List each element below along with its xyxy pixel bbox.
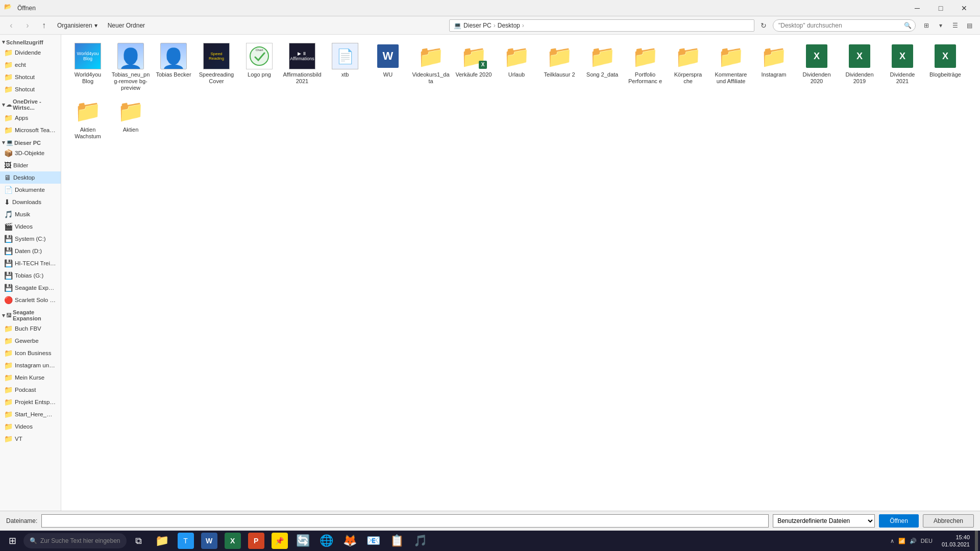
filetype-select[interactable]: Benutzerdefinierte Dateien Alle Dateien …: [773, 514, 875, 528]
view-large-icons-button[interactable]: ⊞: [920, 19, 933, 32]
file-item-world4you[interactable]: World4youBlog World4you Blog: [67, 41, 108, 94]
file-item-instagram[interactable]: 📁 Instagram: [753, 41, 794, 94]
sidebar-item-start-here[interactable]: 📁 Start_Here_Mac...: [0, 408, 61, 420]
file-item-tobias-becker[interactable]: 👤 Tobias Becker: [153, 41, 194, 94]
sidebar-item-system-c[interactable]: 💾 System (C:): [0, 233, 61, 245]
view-details-button[interactable]: ☰: [948, 19, 962, 32]
sidebar-item-podcast[interactable]: 📁 Podcast: [0, 384, 61, 396]
preview-pane-button[interactable]: ▤: [963, 19, 976, 32]
maximize-button[interactable]: □: [929, 0, 952, 16]
back-button[interactable]: ‹: [4, 18, 18, 33]
sidebar-item-downloads[interactable]: ⬇ Downloads: [0, 196, 61, 208]
taskbar-app-tobias[interactable]: T: [175, 531, 197, 551]
file-item-blogbeitrage[interactable]: X Blogbeiträge: [925, 41, 966, 94]
taskbar-app-chrome[interactable]: 🌐: [315, 531, 338, 551]
file-item-logo[interactable]: Chart Logo png: [239, 41, 280, 94]
file-item-portfolio[interactable]: 📁 Portfolio Performanc e: [625, 41, 666, 94]
new-folder-button[interactable]: Neuer Ordner: [104, 18, 149, 33]
taskbar-search[interactable]: 🔍 Zur Suche Text hier eingeben: [23, 533, 127, 548]
file-item-speedreading[interactable]: SpeedReading Speedreading Cover: [196, 41, 237, 94]
file-item-kommentare[interactable]: 📁 Kommentare und Affiliate: [710, 41, 751, 94]
filename-input[interactable]: [41, 514, 769, 528]
taskbar-app-task-view[interactable]: ⧉: [128, 531, 150, 551]
file-item-wu[interactable]: W WU: [368, 41, 408, 94]
path-segment-desktop[interactable]: Desktop: [498, 22, 520, 29]
close-button[interactable]: ✕: [952, 0, 976, 16]
taskbar-clock[interactable]: 15:40 01.03.2021: [938, 534, 974, 548]
sidebar-item-echt[interactable]: 📁 echt: [0, 59, 61, 71]
sidebar-item-3d[interactable]: 📦 3D-Objekte: [0, 147, 61, 159]
file-item-song2[interactable]: 📁 Song 2_data: [582, 41, 623, 94]
onedrive-header[interactable]: ▾ ☁ OneDrive - Wirtsc...: [0, 96, 61, 112]
forward-button[interactable]: ›: [20, 18, 35, 33]
sidebar-item-seagate[interactable]: 💾 Seagate Expansi...: [0, 282, 61, 294]
cancel-button[interactable]: Abbrechen: [923, 514, 974, 528]
search-input[interactable]: [773, 19, 916, 32]
file-item-dividenden2020[interactable]: X Dividenden 2020: [796, 41, 837, 94]
sidebar-item-gewerbe[interactable]: 📁 Gewerbe: [0, 335, 61, 347]
file-item-videokurs[interactable]: 📁 Videokurs1_data: [410, 41, 451, 94]
sidebar-item-projekt[interactable]: 📁 Projekt Entspann...: [0, 396, 61, 408]
tray-sound[interactable]: 🔊: [910, 538, 917, 544]
minimize-button[interactable]: ─: [905, 0, 929, 16]
sidebar-item-icon-business[interactable]: 📁 Icon Business: [0, 347, 61, 359]
taskbar-app-powerpoint[interactable]: P: [245, 531, 267, 551]
sidebar-item-mein-kurse[interactable]: 📁 Mein Kurse: [0, 371, 61, 384]
file-item-aktien[interactable]: 📁 Aktien: [110, 96, 151, 142]
sidebar-item-scarlett[interactable]: 🔴 Scarlett Solo USE: [0, 294, 61, 306]
seagate-header[interactable]: ▾ 🖫 Seagate Expansion: [0, 307, 61, 322]
sidebar-item-desktop[interactable]: 🖥 Desktop: [0, 171, 61, 184]
this-pc-header[interactable]: ▾ 💻 Dieser PC: [0, 137, 61, 147]
up-button[interactable]: ↑: [37, 18, 51, 33]
taskbar-app-mail[interactable]: 📧: [362, 531, 385, 551]
file-item-aktien-wachstum[interactable]: 📁 Aktien Wachstum: [67, 96, 108, 142]
taskbar-app-edge[interactable]: 🦊: [339, 531, 361, 551]
sidebar-item-buch-fbv[interactable]: 📁 Buch FBV: [0, 322, 61, 335]
quick-access-header[interactable]: ▾ Schnellzugriff: [0, 37, 61, 46]
sidebar-item-videos2[interactable]: 📁 Videos: [0, 420, 61, 433]
sidebar-item-tobias-g[interactable]: 💾 Tobias (G:): [0, 269, 61, 282]
organize-button[interactable]: Organisieren ▾: [53, 18, 102, 33]
sidebar-item-videos[interactable]: 🎬 Videos: [0, 220, 61, 233]
file-item-tobias-neu[interactable]: 👤 Tobias_neu_png-remove bg-preview: [110, 41, 151, 94]
sidebar-item-dividende[interactable]: 📁 Dividende: [0, 46, 61, 59]
taskbar-show-desktop[interactable]: [975, 531, 978, 551]
file-item-dividende2021[interactable]: X Dividende 2021: [882, 41, 923, 94]
sidebar-item-daten-d[interactable]: 💾 Daten (D:): [0, 245, 61, 257]
file-item-dividenden2019[interactable]: X Dividenden 2019: [839, 41, 880, 94]
taskbar-app-sticky[interactable]: 📌: [268, 531, 291, 551]
tray-network[interactable]: 📶: [898, 538, 905, 544]
path-segment-computer[interactable]: Dieser PC: [463, 22, 492, 29]
sidebar-item-bilder[interactable]: 🖼 Bilder: [0, 159, 61, 171]
sidebar-item-vt[interactable]: 📁 VT: [0, 433, 61, 445]
sidebar-item-hitech[interactable]: 💾 HI-TECH Treiber: [0, 257, 61, 269]
sidebar-item-dokumente[interactable]: 📄 Dokumente: [0, 184, 61, 196]
sidebar-item-musik[interactable]: 🎵 Musik: [0, 208, 61, 220]
sidebar-item-instagram[interactable]: 📁 Instagram und T...: [0, 359, 61, 371]
sidebar-item-shotcut1[interactable]: 📁 Shotcut: [0, 71, 61, 83]
file-item-urlaub[interactable]: 📁 Urlaub: [496, 41, 537, 94]
taskbar-app-sync[interactable]: 🔄: [292, 531, 314, 551]
taskbar-app-clipboard[interactable]: 📋: [386, 531, 408, 551]
taskbar-app-explorer[interactable]: 📁: [151, 531, 174, 551]
file-item-verkaufe[interactable]: 📁 X Verkäufe 2020: [453, 41, 494, 94]
start-button[interactable]: ⊞: [2, 531, 22, 551]
address-bar[interactable]: 💻 Dieser PC › Desktop ›: [449, 19, 754, 32]
taskbar-app-excel[interactable]: X: [222, 531, 244, 551]
file-item-affirmations[interactable]: ▶ ⏸Affirmations Affirmationsbild 2021: [282, 41, 323, 94]
sidebar-item-microsoft-teams[interactable]: 📁 Microsoft Teams: [0, 124, 61, 136]
file-item-teilklausur[interactable]: 📁 Teilklausur 2: [539, 41, 580, 94]
file-item-korpersprache[interactable]: 📁 Körperspra che: [668, 41, 708, 94]
taskbar-app-music[interactable]: 🎵: [409, 531, 432, 551]
tray-lang[interactable]: DEU: [921, 538, 933, 544]
refresh-button[interactable]: ↻: [756, 18, 771, 33]
folder-icon: 📁: [4, 386, 13, 394]
tray-expand[interactable]: ∧: [890, 538, 894, 544]
sidebar-item-label: Podcast: [15, 387, 36, 393]
sidebar-item-apps[interactable]: 📁 Apps: [0, 112, 61, 124]
open-button[interactable]: Öffnen: [879, 514, 919, 528]
taskbar-app-word[interactable]: W: [198, 531, 220, 551]
view-dropdown-button[interactable]: ▾: [934, 19, 947, 32]
sidebar-item-shotcut2[interactable]: 📁 Shotcut: [0, 83, 61, 95]
file-item-xtb[interactable]: 📄 xtb: [325, 41, 365, 94]
